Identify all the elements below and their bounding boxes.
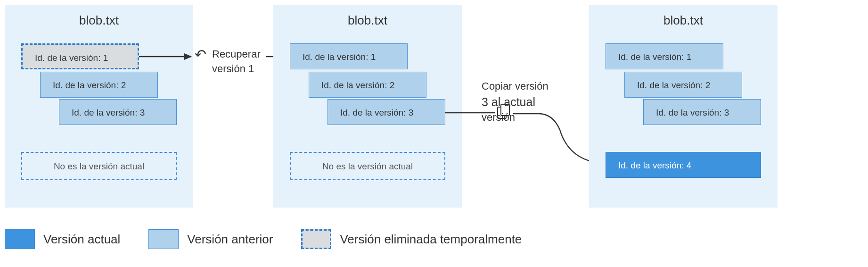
version-box-prev: Id. de la versión: 1	[290, 43, 408, 69]
no-current-box: No es la versión actual	[21, 152, 177, 180]
version-box-prev: Id. de la versión: 2	[40, 72, 158, 98]
version-box-current: Id. de la versión: 4	[606, 152, 761, 178]
panel-title: blob.txt	[5, 5, 193, 28]
version-box-prev: Id. de la versión: 3	[328, 99, 445, 125]
legend-label-current: Versión actual	[43, 232, 120, 247]
arrow-recover	[139, 52, 200, 61]
blob-panel-2: blob.txt Id. de la versión: 1 Id. de la …	[273, 5, 462, 208]
legend-swatch-current	[5, 229, 35, 249]
version-box-prev: Id. de la versión: 2	[309, 72, 426, 98]
panel-title: blob.txt	[273, 5, 462, 28]
version-box-prev: Id. de la versión: 3	[59, 99, 177, 125]
blob-panel-3: blob.txt Id. de la versión: 1 Id. de la …	[589, 5, 778, 208]
panel-title: blob.txt	[589, 5, 778, 28]
version-box-prev: Id. de la versión: 1	[606, 43, 723, 69]
no-current-box: No es la versión actual	[290, 152, 445, 180]
legend: Versión actual Versión anterior Versión …	[5, 229, 863, 249]
version-box-deleted: Id. de la versión: 1	[21, 43, 139, 69]
action-recover-label: Recuperar versión 1	[212, 47, 261, 76]
blob-panel-1: blob.txt Id. de la versión: 1 Id. de la …	[5, 5, 193, 208]
legend-swatch-previous	[148, 229, 179, 249]
legend-label-previous: Versión anterior	[187, 232, 273, 247]
undo-icon: ↶	[195, 46, 206, 63]
legend-swatch-deleted	[301, 229, 331, 249]
version-box-prev: Id. de la versión: 3	[643, 99, 761, 125]
legend-label-deleted: Versión eliminada temporalmente	[340, 232, 522, 247]
version-box-prev: Id. de la versión: 2	[624, 72, 742, 98]
diagram-stage: blob.txt Id. de la versión: 1 Id. de la …	[5, 5, 863, 222]
